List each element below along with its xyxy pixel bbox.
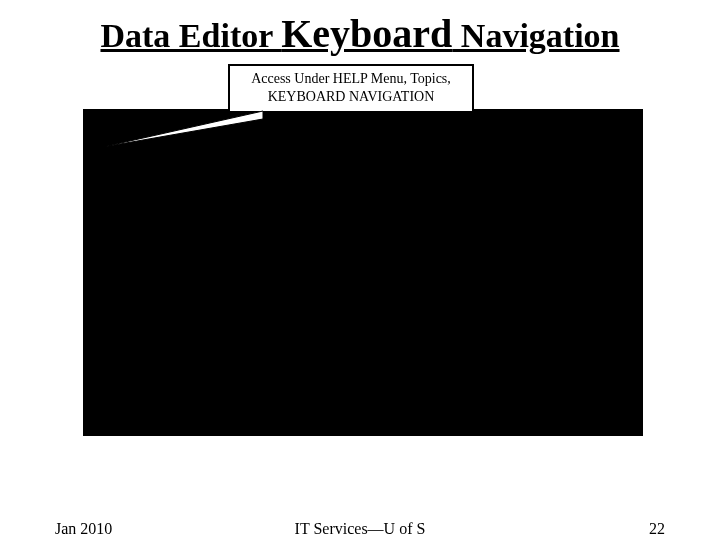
title-part-1: Data Editor: [100, 17, 281, 54]
footer-page-number: 22: [649, 520, 665, 538]
callout-line-2: KEYBOARD NAVIGATION: [236, 88, 466, 106]
slide-title: Data Editor Keyboard Navigation: [0, 12, 720, 56]
screenshot-placeholder: [83, 109, 643, 436]
callout: Access Under HELP Menu, Topics, KEYBOARD…: [228, 64, 474, 113]
footer-center: IT Services—U of S: [0, 520, 720, 538]
title-keyword: Keyboard: [281, 11, 452, 56]
callout-box: Access Under HELP Menu, Topics, KEYBOARD…: [228, 64, 474, 113]
title-part-2: Navigation: [452, 17, 619, 54]
callout-line-1: Access Under HELP Menu, Topics,: [236, 70, 466, 88]
